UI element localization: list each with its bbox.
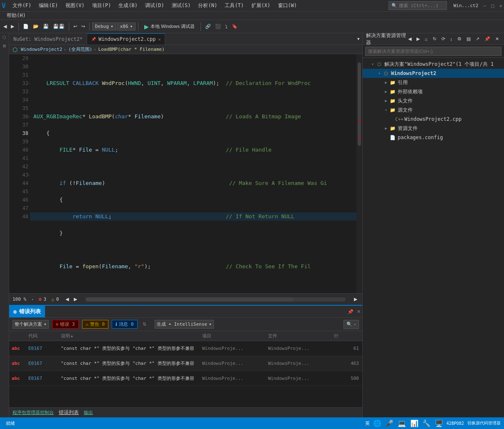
- h-scrollbar[interactable]: [85, 297, 346, 302]
- debug-mode-dropdown[interactable]: Debug ▾: [92, 22, 116, 30]
- error-row-2[interactable]: abc E0167 "const char *" 类型的实参与 "char *"…: [9, 371, 362, 386]
- toolbar-attach[interactable]: 🔗: [203, 23, 213, 30]
- tree-arrow-extdeps[interactable]: ▶: [383, 90, 389, 94]
- tab-close-button[interactable]: ✕: [158, 37, 160, 42]
- status-encoding[interactable]: 英: [365, 420, 370, 427]
- breadcrumb-project[interactable]: WindowsProject2: [21, 47, 62, 52]
- close-panel-button[interactable]: ✕: [355, 308, 362, 315]
- code-scrollbar[interactable]: [356, 54, 362, 293]
- sidebar-icon-1[interactable]: ⬡: [1, 35, 8, 42]
- error-status[interactable]: ⊗ 3: [39, 296, 46, 302]
- menu-tools[interactable]: 工具(T): [221, 0, 247, 11]
- menu-analyze[interactable]: 分析(N): [195, 0, 221, 11]
- toolbar-stepover[interactable]: ⤵: [223, 23, 229, 30]
- h-scroll-thumb[interactable]: [85, 297, 293, 302]
- tab-menu-button[interactable]: ▾: [355, 33, 362, 45]
- se-forward-btn[interactable]: ▶: [415, 35, 421, 42]
- se-pin-btn[interactable]: 📌: [483, 35, 492, 42]
- toolbar-forward[interactable]: ▶: [9, 23, 16, 30]
- breadcrumb-function[interactable]: LoadBMP(char * Filename): [98, 47, 165, 52]
- tree-external-deps[interactable]: ▶ 📁 外部依赖项: [363, 87, 504, 96]
- toolbar-save[interactable]: 💾: [41, 23, 50, 30]
- error-row-1[interactable]: abc E0167 "const char *" 类型的实参与 "char *"…: [9, 356, 362, 371]
- output-tab[interactable]: 输出: [84, 409, 93, 416]
- pkg-manager-tab[interactable]: 程序包管理器控制台: [13, 409, 54, 416]
- tree-headers[interactable]: ▶ 📁 头文件: [363, 96, 504, 105]
- tree-resources[interactable]: ▶ 📁 资源文件: [363, 124, 504, 133]
- fold-icon-32[interactable]: [28, 81, 30, 85]
- se-close-btn[interactable]: ✕: [494, 35, 501, 42]
- breadcrumb-scope[interactable]: (全局范围): [68, 46, 92, 52]
- col-project[interactable]: 项目: [202, 333, 265, 339]
- warning-status[interactable]: ⚠ 0: [51, 296, 59, 302]
- zoom-level[interactable]: 100 %: [13, 297, 26, 302]
- tree-arrow-solution[interactable]: ▾: [369, 62, 376, 66]
- menu-help[interactable]: 帮助(H): [3, 10, 29, 21]
- tree-main-cpp[interactable]: ▶ C++ WindowsProject2.cpp: [363, 115, 504, 124]
- tree-project[interactable]: ▾ ⬡ WindowsProject2: [363, 69, 504, 78]
- menu-edit[interactable]: 编辑(E): [35, 0, 61, 11]
- se-view-btn[interactable]: ▤: [465, 35, 472, 42]
- pin-panel-button[interactable]: 📌: [346, 308, 355, 315]
- menu-view[interactable]: 视图(V): [62, 0, 88, 11]
- run-button[interactable]: ▶ 本地 Windows 调试器: [141, 22, 198, 31]
- error-list-footer-tab[interactable]: 错误列表: [59, 409, 79, 416]
- global-search[interactable]: 🔍 搜索 (Ctrl+...): [389, 1, 447, 10]
- sidebar-icon-2[interactable]: ▤: [1, 43, 8, 50]
- menu-window[interactable]: 窗口(W): [275, 0, 301, 11]
- error-row-0[interactable]: abc E0167 "const char *" 类型的实参与 "char *"…: [9, 341, 362, 356]
- code-editor[interactable]: 29 30 31 32 33 34 35 36 37 38: [9, 54, 362, 293]
- toolbar-bookmark[interactable]: 🔖: [230, 23, 239, 30]
- col-desc[interactable]: 说明 ▲: [61, 333, 199, 339]
- menu-extensions[interactable]: 扩展(X): [248, 0, 274, 11]
- toolbar-open[interactable]: 📂: [31, 23, 40, 30]
- tree-arrow-headers[interactable]: ▶: [383, 99, 389, 103]
- fold-icon-36[interactable]: [28, 115, 30, 119]
- menu-build[interactable]: 生成(B): [115, 0, 141, 11]
- menu-file[interactable]: 文件(F): [9, 0, 35, 11]
- messages-badge[interactable]: ℹ 消息 0: [112, 320, 137, 329]
- scroll-right-btn[interactable]: ▶: [352, 296, 359, 303]
- build-filter-dropdown[interactable]: 生成 + IntelliSense ▾: [155, 320, 214, 329]
- nuget-tab[interactable]: NuGet: WindowsProject2*: [9, 33, 87, 45]
- prev-error-button[interactable]: ◀: [64, 296, 70, 303]
- error-search-box[interactable]: 🔍 ▾: [344, 320, 359, 329]
- menu-debug[interactable]: 调试(D): [142, 0, 168, 11]
- tree-arrow-sources[interactable]: ▾: [383, 108, 389, 112]
- se-filter-btn[interactable]: ⚙: [456, 35, 463, 42]
- errors-badge[interactable]: ⊗ 错误 3: [52, 320, 79, 329]
- se-sync-btn[interactable]: ↻: [431, 35, 438, 42]
- col-line[interactable]: 行: [334, 333, 359, 339]
- menu-project[interactable]: 项目(P): [89, 0, 115, 11]
- tree-packages[interactable]: ▶ 📄 packages.config: [363, 133, 504, 142]
- toolbar-back[interactable]: ◀: [2, 23, 8, 30]
- toolbar-redo[interactable]: ↪: [80, 23, 87, 30]
- code-scroll-area[interactable]: LRESULT CALLBACK WndProc(HWND, UINT, WPA…: [30, 54, 356, 293]
- se-refresh-btn[interactable]: ⟳: [440, 35, 447, 42]
- warnings-badge[interactable]: ⚠ 警告 0: [82, 320, 109, 329]
- solution-search-input[interactable]: [365, 47, 501, 56]
- tree-solution[interactable]: ▾ ⬡ 解决方案"WindowsProject2"(1 个项目/共 1: [363, 60, 504, 69]
- toolbar-new[interactable]: 📄: [21, 23, 30, 30]
- se-collapse-btn[interactable]: ↕: [449, 35, 454, 42]
- scroll-thumb[interactable]: [358, 62, 361, 146]
- se-home-btn[interactable]: ⌂: [423, 35, 429, 42]
- next-error-button[interactable]: ▶: [72, 296, 79, 303]
- toolbar-saveall[interactable]: 💾💾: [51, 23, 66, 30]
- active-tab[interactable]: 📌 WindowsProject2.cpp ✕: [87, 33, 165, 45]
- filter-toggle-button[interactable]: ⇅: [141, 321, 148, 328]
- se-back-btn[interactable]: ◀: [406, 35, 413, 42]
- tree-arrow-refs[interactable]: ▶: [383, 80, 389, 85]
- tree-sources[interactable]: ▾ 📁 源文件: [363, 105, 504, 115]
- tree-references[interactable]: ▶ 📁 引用: [363, 78, 504, 87]
- toolbar-breakpoints[interactable]: ⬛: [213, 23, 223, 30]
- fold-icon-43[interactable]: [28, 173, 30, 177]
- tree-arrow-resources[interactable]: ▶: [383, 126, 389, 130]
- col-file[interactable]: 文件: [268, 333, 331, 339]
- se-newview-btn[interactable]: ↗: [474, 35, 481, 42]
- tree-arrow-project[interactable]: ▾: [376, 71, 383, 75]
- toolbar-undo[interactable]: ↩: [72, 23, 79, 30]
- menu-test[interactable]: 测试(S): [168, 0, 194, 11]
- platform-dropdown[interactable]: x86 ▾: [117, 22, 136, 30]
- solution-filter-dropdown[interactable]: 整个解决方案 ▾: [13, 320, 49, 329]
